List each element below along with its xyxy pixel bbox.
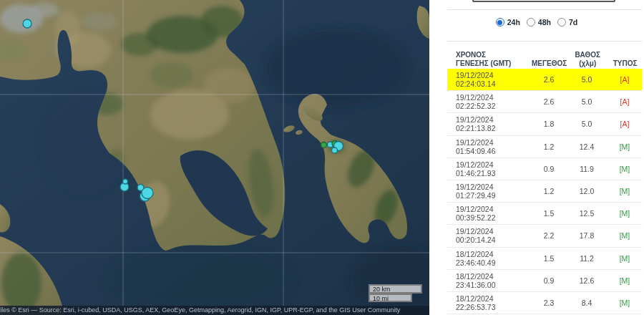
event-magnitude: 1.5 (532, 209, 566, 218)
time-filter-label: 7d (569, 18, 577, 26)
event-row[interactable]: 18/12/2024 23:41:36.000.912.6[M] (447, 270, 642, 292)
column-header: ΒΑΘΟΣ(χλμ) (567, 51, 608, 68)
map-scale-mi: 10 mi (369, 294, 412, 302)
event-type: [A] (608, 75, 642, 84)
event-row[interactable]: 19/12/2024 02:21:13.821.85.0[A] (447, 113, 642, 135)
map-svg (0, 0, 429, 315)
event-magnitude: 2.6 (532, 97, 566, 106)
earthquake-marker[interactable] (321, 142, 327, 148)
event-magnitude: 0.9 (532, 276, 566, 285)
map-attribution: Tiles © Esri — Source: Esri, i-cubed, US… (0, 306, 429, 315)
event-time: 19/12/2024 00:20:14.24 (447, 227, 532, 244)
event-type: [M] (608, 231, 642, 240)
event-row[interactable]: 19/12/2024 01:27:29.491.212.0[M] (447, 180, 642, 203)
event-type: [A] (608, 97, 642, 106)
event-magnitude: 2.3 (532, 299, 566, 307)
earthquake-marker[interactable] (123, 179, 128, 184)
radio-icon[interactable] (527, 18, 535, 26)
event-time: 18/12/2024 23:41:36.00 (447, 272, 532, 289)
event-time: 19/12/2024 01:46:21.93 (447, 160, 532, 178)
event-row[interactable]: 18/12/2024 22:26:53.732.38.4[M] (447, 292, 642, 314)
event-depth: 12.4 (566, 142, 608, 151)
event-time: 18/12/2024 23:46:40.49 (447, 250, 532, 267)
earthquake-marker[interactable] (332, 147, 338, 153)
event-type: [A] (608, 120, 642, 128)
event-depth: 5.0 (566, 120, 608, 128)
event-type: [M] (608, 187, 642, 195)
event-time: 19/12/2024 01:54:09.46 (447, 138, 532, 155)
event-type: [M] (608, 142, 642, 151)
event-row[interactable]: 19/12/2024 00:39:52.221.512.5[M] (447, 203, 642, 225)
event-row[interactable]: 19/12/2024 01:54:09.461.212.4[M] (447, 136, 642, 158)
event-type: [M] (608, 165, 642, 173)
event-time: 19/12/2024 02:22:52.32 (447, 93, 532, 110)
events-table: 19/12/2024 02:24:03.142.65.0[A]19/12/202… (447, 69, 642, 315)
event-row[interactable]: 19/12/2024 01:46:21.930.911.9[M] (447, 158, 642, 180)
column-header: ΧΡΟΝΟΣΓΕΝΕΣΗΣ (GMT) (447, 51, 532, 68)
time-filter-label: 48h (538, 18, 551, 26)
map-scale-km: 20 km (369, 284, 422, 294)
event-type: [M] (608, 209, 642, 218)
event-type: [M] (608, 254, 642, 263)
event-magnitude: 2.2 (532, 231, 566, 240)
search-input[interactable] (472, 0, 615, 2)
event-magnitude: 2.6 (532, 75, 566, 84)
seismicity-page: 20 km 10 mi Tiles © Esri — Source: Esri,… (0, 0, 644, 315)
event-depth: 17.8 (566, 231, 608, 240)
event-depth: 12.5 (566, 209, 608, 218)
event-magnitude: 1.2 (532, 187, 566, 195)
earthquake-marker[interactable] (142, 188, 153, 199)
event-magnitude: 0.9 (532, 165, 566, 173)
event-row[interactable]: 19/12/2024 00:20:14.242.217.8[M] (447, 225, 642, 247)
event-depth: 5.0 (566, 75, 608, 84)
event-magnitude: 1.5 (532, 254, 566, 263)
time-filter-24h[interactable]: 24h (496, 18, 520, 26)
event-time: 19/12/2024 02:21:13.82 (447, 115, 532, 132)
map-canvas[interactable]: 20 km 10 mi Tiles © Esri — Source: Esri,… (0, 0, 429, 315)
time-filter-48h[interactable]: 48h (527, 18, 551, 26)
event-depth: 5.0 (566, 97, 608, 106)
radio-selected-icon[interactable] (496, 18, 504, 26)
event-magnitude: 1.2 (532, 142, 566, 151)
radio-icon[interactable] (557, 18, 566, 26)
events-panel: 24h48h7d ΧΡΟΝΟΣΓΕΝΕΣΗΣ (GMT)ΜΕΓΕΘΟΣΒΑΘΟΣ… (429, 0, 644, 315)
event-time: 19/12/2024 02:24:03.14 (447, 71, 532, 88)
earthquake-marker[interactable] (23, 19, 31, 28)
event-depth: 12.0 (566, 187, 608, 195)
event-depth: 8.4 (566, 299, 608, 307)
event-depth: 12.6 (566, 276, 608, 285)
event-type: [M] (608, 299, 642, 307)
event-row-highlighted[interactable]: 19/12/2024 02:24:03.142.65.0[A] (447, 69, 642, 91)
event-time: 19/12/2024 01:27:29.49 (447, 183, 532, 200)
event-type: [M] (608, 276, 642, 285)
map-attribution-text: Tiles © Esri — Source: Esri, i-cubed, US… (0, 306, 400, 314)
time-filter-group: 24h48h7d (429, 18, 644, 26)
event-magnitude: 1.8 (532, 120, 566, 128)
time-filter-label: 24h (507, 18, 520, 26)
table-header-row: ΧΡΟΝΟΣΓΕΝΕΣΗΣ (GMT)ΜΕΓΕΘΟΣΒΑΘΟΣ(χλμ)ΤΥΠΟ… (447, 42, 642, 72)
event-row[interactable]: 18/12/2024 23:46:40.491.511.2[M] (447, 248, 642, 270)
column-header: ΤΥΠΟΣ (608, 59, 642, 68)
column-header: ΜΕΓΕΘΟΣ (532, 59, 567, 68)
event-depth: 11.9 (566, 165, 608, 173)
event-time: 18/12/2024 22:26:53.73 (447, 294, 532, 311)
event-row[interactable]: 19/12/2024 02:22:52.322.65.0[A] (447, 91, 642, 113)
event-time: 19/12/2024 00:39:52.22 (447, 205, 532, 222)
event-depth: 11.2 (566, 254, 608, 263)
divider (447, 9, 642, 10)
time-filter-7d[interactable]: 7d (557, 18, 577, 26)
